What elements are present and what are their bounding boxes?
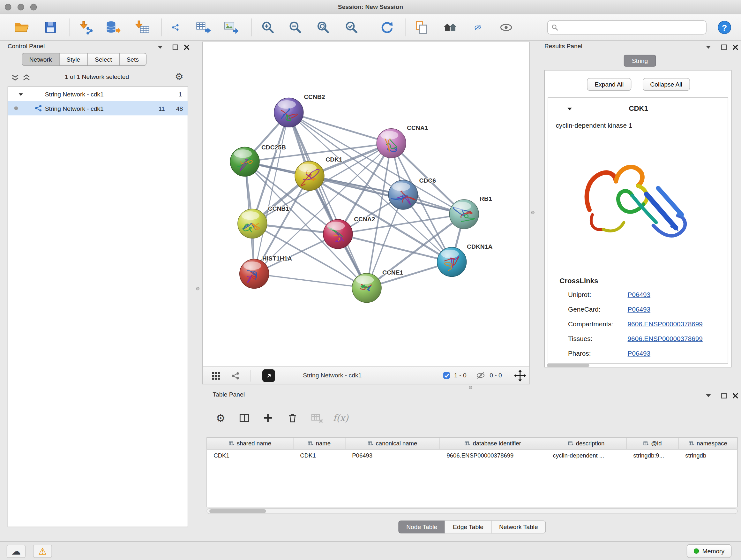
cloud-button[interactable]: ☁ — [7, 545, 25, 558]
crosslink-uniprot-link[interactable]: P06493 — [628, 291, 650, 299]
table-panel-float-icon[interactable] — [704, 392, 713, 400]
network-node-HIST1H1A[interactable] — [240, 259, 269, 289]
network-node-CCNE1[interactable] — [352, 273, 381, 303]
results-panel-maximize-icon[interactable] — [720, 44, 728, 51]
table-panel-maximize-icon[interactable] — [720, 392, 728, 400]
table-hscroll-thumb[interactable] — [209, 509, 266, 513]
table-cell[interactable]: cyclin-dependent ... — [546, 449, 627, 462]
warnings-button[interactable]: ⚠ — [33, 545, 52, 558]
right-splitter-handle[interactable] — [531, 211, 534, 214]
results-panel-float-icon[interactable] — [704, 44, 713, 51]
table-row[interactable]: CDK1 CDK1 P06493 9606.ENSP00000378699 cy… — [206, 449, 738, 462]
network-collection-row[interactable]: String Network - cdk1 1 — [8, 87, 188, 101]
crosslink-compartments-link[interactable]: 9606.ENSP00000378699 — [628, 320, 703, 328]
network-node-CDC25B[interactable] — [230, 147, 259, 177]
grid-view-icon[interactable] — [210, 370, 222, 382]
memory-button[interactable]: Memory — [687, 544, 732, 558]
network-options-gear-icon[interactable]: ⚙ — [175, 71, 184, 82]
crosslink-label: Compartments: — [568, 320, 613, 328]
import-network-from-database-button[interactable] — [103, 17, 123, 38]
add-column-button[interactable] — [259, 410, 276, 426]
delete-column-button[interactable] — [284, 410, 301, 426]
table-cell[interactable]: P06493 — [346, 449, 440, 462]
column-header-description[interactable]: description — [546, 438, 627, 449]
collapse-all-button[interactable]: Collapse All — [643, 78, 690, 91]
copy-document-button[interactable] — [411, 17, 432, 38]
save-session-button[interactable] — [40, 17, 61, 38]
network-node-CCNA2[interactable] — [323, 219, 353, 249]
results-hscroll-thumb[interactable] — [547, 364, 589, 367]
home-networks-button[interactable] — [440, 17, 461, 38]
network-node-CDK1[interactable] — [295, 161, 324, 191]
tab-style[interactable]: Style — [59, 53, 88, 66]
hide-graphics-details-button[interactable] — [468, 17, 488, 38]
table-cell[interactable]: CDK1 — [293, 449, 346, 462]
clone-network-button[interactable] — [165, 17, 186, 38]
network-node-CDC6[interactable] — [388, 180, 418, 209]
expand-all-button[interactable]: Expand All — [587, 78, 631, 91]
network-row-selected[interactable]: String Network - cdk1 11 48 — [8, 101, 188, 115]
network-node-CDKN1A[interactable] — [437, 247, 467, 276]
control-panel-maximize-icon[interactable] — [171, 44, 180, 51]
export-table-button[interactable] — [193, 17, 213, 38]
column-header-database-identifier[interactable]: database identifier — [440, 438, 546, 449]
tab-sets[interactable]: Sets — [119, 53, 146, 66]
show-graphics-details-button[interactable] — [495, 17, 516, 38]
network-edge-HIST1H1A-CCNE1[interactable] — [254, 273, 367, 288]
help-button[interactable]: ? — [716, 17, 733, 38]
crosslink-genecard-link[interactable]: P06493 — [628, 306, 650, 313]
table-cell[interactable]: CDK1 — [207, 449, 293, 462]
control-panel-float-icon[interactable] — [156, 44, 165, 51]
zoom-in-button[interactable] — [258, 17, 278, 38]
control-panel-close-icon[interactable] — [183, 44, 191, 51]
table-panel-close-icon[interactable] — [731, 392, 740, 400]
left-splitter-handle[interactable] — [196, 287, 199, 290]
bottom-splitter-handle[interactable] — [469, 386, 472, 389]
network-canvas[interactable]: CCNB2CCNA1CDC25BCDK1CDC6RB1CCNB1CCNA2CDK… — [203, 42, 529, 367]
tab-node-table[interactable]: Node Table — [398, 520, 445, 533]
network-node-RB1[interactable] — [449, 199, 479, 229]
table-cell[interactable]: stringdb — [679, 449, 738, 462]
zoom-out-button[interactable] — [285, 17, 306, 38]
tab-string[interactable]: String — [624, 55, 656, 67]
protein-name: CDK1 — [548, 104, 729, 112]
open-session-button[interactable] — [11, 17, 32, 38]
network-node-CCNB1[interactable] — [238, 209, 267, 239]
crosslink-pharos-link[interactable]: P06493 — [628, 349, 650, 357]
network-view-share-icon[interactable] — [229, 370, 242, 382]
search-input[interactable] — [561, 24, 702, 31]
column-header-name[interactable]: name — [293, 438, 346, 449]
column-header-namespace[interactable]: namespace — [679, 438, 738, 449]
import-table-button[interactable] — [132, 17, 152, 38]
column-header-id[interactable]: @id — [627, 438, 679, 449]
column-header-shared-name[interactable]: shared name — [207, 438, 293, 449]
selected-checkbox-icon[interactable] — [442, 371, 451, 380]
tab-network[interactable]: Network — [22, 53, 59, 66]
zoom-selected-button[interactable] — [341, 17, 362, 38]
export-image-button[interactable] — [221, 17, 242, 38]
refresh-layout-button[interactable] — [377, 17, 397, 38]
tree-expand-icon[interactable] — [17, 91, 24, 98]
column-sort-icon — [689, 441, 694, 446]
table-cell[interactable]: 9606.ENSP00000378699 — [440, 449, 546, 462]
results-panel-close-icon[interactable] — [731, 44, 740, 51]
table-cell[interactable]: stringdb:9... — [627, 449, 679, 462]
network-edge-CCNB2-HIST1H1A[interactable] — [254, 112, 289, 273]
zoom-fit-button[interactable] — [313, 17, 333, 38]
network-edge-CCNB2-CCNA1[interactable] — [289, 112, 391, 143]
network-node-CCNA1[interactable] — [377, 129, 406, 158]
hidden-eye-slash-icon[interactable] — [476, 371, 485, 380]
network-edge-CDK1-RB1[interactable] — [310, 176, 464, 214]
tab-select[interactable]: Select — [87, 53, 119, 66]
network-node-CCNB2[interactable] — [274, 98, 304, 127]
pan-crosshair-icon[interactable] — [514, 369, 527, 382]
tab-network-table[interactable]: Network Table — [491, 520, 546, 533]
tab-edge-table[interactable]: Edge Table — [445, 520, 491, 533]
open-view-button[interactable] — [262, 369, 275, 382]
crosslink-tissues-link[interactable]: 9606.ENSP00000378699 — [628, 334, 703, 342]
table-options-gear-icon[interactable]: ⚙ — [212, 410, 229, 426]
column-header-canonical-name[interactable]: canonical name — [346, 438, 440, 449]
import-network-button[interactable] — [76, 17, 96, 38]
show-columns-button[interactable] — [236, 410, 253, 426]
network-edge-CCNB2-CCNE1[interactable] — [289, 112, 367, 288]
